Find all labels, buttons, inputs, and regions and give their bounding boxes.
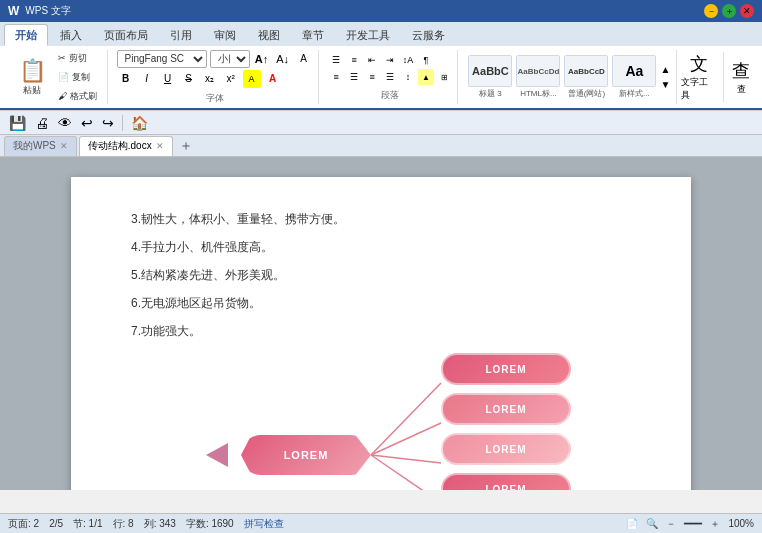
text-tools-section: 文 文字工具	[681, 52, 724, 102]
text-tools-btn[interactable]: 文 文字工具	[681, 52, 717, 102]
align-right-btn[interactable]: ≡	[364, 69, 380, 85]
list-unordered-btn[interactable]: ☰	[328, 52, 344, 68]
tab-view[interactable]: 视图	[248, 24, 290, 46]
mindmap-item-1[interactable]: LOREM	[441, 353, 571, 385]
border-btn[interactable]: ⊞	[436, 69, 452, 85]
underline-button[interactable]: U	[159, 70, 177, 88]
paste-sub-buttons: ✂ 剪切 📄 复制 🖌 格式刷	[54, 50, 101, 105]
sort-btn[interactable]: ↕A	[400, 52, 416, 68]
redo-icon[interactable]: ↪	[99, 112, 117, 134]
tab-layout[interactable]: 页面布局	[94, 24, 158, 46]
content-line-3: 3.韧性大，体积小、重量轻、携带方便。	[131, 207, 631, 231]
document-page[interactable]: 3.韧性大，体积小、重量轻、携带方便。 4.手拉力小、机件强度高。 5.结构紧凑…	[71, 177, 691, 490]
show-formatting-btn[interactable]: ¶	[418, 52, 434, 68]
status-col: 列: 343	[144, 517, 176, 531]
strikethrough-btn[interactable]: S	[180, 70, 198, 88]
tab-start[interactable]: 开始	[4, 24, 48, 46]
tab-cloud[interactable]: 云服务	[402, 24, 455, 46]
tab-document-close[interactable]: ✕	[156, 141, 164, 151]
style-html[interactable]: AaBbCcDd HTML标...	[516, 55, 560, 99]
font-color-btn[interactable]: A	[264, 70, 282, 88]
style-heading3[interactable]: AaBbC 标题 3	[468, 55, 512, 99]
zoom-in-btn[interactable]: ＋	[710, 517, 720, 531]
status-spell[interactable]: 拼写检查	[244, 517, 284, 531]
align-center-btn[interactable]: ☰	[346, 69, 362, 85]
tab-devtools[interactable]: 开发工具	[336, 24, 400, 46]
tab-ref[interactable]: 引用	[160, 24, 202, 46]
zoom-icon[interactable]: 🔍	[646, 518, 658, 529]
tab-document[interactable]: 传动结构.docx ✕	[79, 136, 173, 156]
highlight-btn[interactable]: A	[243, 70, 261, 88]
ribbon-content: 📋 粘贴 ✂ 剪切 📄 复制 🖌 格式刷 PingFang SC 小	[0, 46, 762, 110]
zoom-out-btn[interactable]: －	[666, 517, 676, 531]
close-btn[interactable]: ✕	[740, 4, 754, 18]
print-icon[interactable]: 🖨	[32, 112, 52, 134]
more-tools-label: 查	[737, 83, 746, 96]
paste-button[interactable]: 📋 粘贴	[14, 56, 50, 98]
mindmap-item-3[interactable]: LOREM	[441, 433, 571, 465]
style-normal-web[interactable]: AaBbCcD 普通(网站)	[564, 55, 608, 99]
font-row-1: PingFang SC 小四 A↑ A↓ A	[117, 50, 313, 68]
line-spacing-btn[interactable]: ↕	[400, 69, 416, 85]
align-left-btn[interactable]: ≡	[328, 69, 344, 85]
align-justify-btn[interactable]: ☰	[382, 69, 398, 85]
superscript-btn[interactable]: x²	[222, 70, 240, 88]
style-scroll-up[interactable]: ▲	[660, 64, 670, 75]
tab-mywps-close[interactable]: ✕	[60, 141, 68, 151]
app-logo: W	[8, 4, 19, 18]
style-scroll-down[interactable]: ▼	[660, 79, 670, 90]
ribbon-tabs: 开始 插入 页面布局 引用 审阅 视图 章节 开发工具 云服务	[0, 22, 762, 46]
tab-review[interactable]: 审阅	[204, 24, 246, 46]
style-scroll-controls: ▲ ▼	[660, 64, 670, 90]
mindmap-center[interactable]: LOREM	[241, 435, 371, 475]
text-tools-label: 文字工具	[681, 76, 717, 102]
content-line-6: 6.无电源地区起吊货物。	[131, 291, 631, 315]
bold-button[interactable]: B	[117, 70, 135, 88]
styles-section: AaBbC 标题 3 AaBbCcDd HTML标... AaBbCcD 普通(…	[462, 50, 677, 104]
content-line-5: 5.结构紧凑先进、外形美观。	[131, 263, 631, 287]
italic-button[interactable]: I	[138, 70, 156, 88]
content-line-7: 7.功能强大。	[131, 319, 631, 343]
style-new-label: 新样式...	[619, 88, 650, 99]
font-size-select[interactable]: 小四	[210, 50, 250, 68]
tab-mywps[interactable]: 我的WPS ✕	[4, 136, 77, 156]
font-increase-btn[interactable]: A↑	[253, 50, 271, 68]
view-mode-icon[interactable]: 📄	[626, 518, 638, 529]
mindmap-area: LOREM LOREM LOREM LOREM LOREM	[131, 353, 631, 490]
fill-color-btn[interactable]: ▲	[418, 69, 434, 85]
wps-home-icon[interactable]: 🏠	[128, 112, 151, 134]
mindmap-item-2[interactable]: LOREM	[441, 393, 571, 425]
maximize-btn[interactable]: ＋	[722, 4, 736, 18]
undo-icon[interactable]: ↩	[78, 112, 96, 134]
content-line-4: 4.手拉力小、机件强度高。	[131, 235, 631, 259]
zoom-slider[interactable]: ━━━	[684, 518, 702, 529]
status-bar: 页面: 2 2/5 节: 1/1 行: 8 列: 343 字数: 1690 拼写…	[0, 513, 762, 533]
save-icon[interactable]: 💾	[6, 112, 29, 134]
mindmap-right-items: LOREM LOREM LOREM LOREM	[441, 353, 571, 490]
tab-insert[interactable]: 插入	[50, 24, 92, 46]
mindmap-item-4[interactable]: LOREM	[441, 473, 571, 490]
font-controls: PingFang SC 小四 A↑ A↓ A B I U S x₂ x²	[117, 50, 313, 88]
tab-add-button[interactable]: ＋	[175, 137, 197, 155]
list-ordered-btn[interactable]: ≡	[346, 52, 362, 68]
cut-button[interactable]: ✂ 剪切	[54, 50, 101, 67]
paste-group: 📋 粘贴 ✂ 剪切 📄 复制 🖌 格式刷	[14, 50, 101, 105]
copy-button[interactable]: 📄 复制	[54, 69, 101, 86]
indent-increase-btn[interactable]: ⇥	[382, 52, 398, 68]
tab-section[interactable]: 章节	[292, 24, 334, 46]
indent-decrease-btn[interactable]: ⇤	[364, 52, 380, 68]
style-new[interactable]: Aa 新样式...	[612, 55, 656, 99]
tab-bar: 我的WPS ✕ 传动结构.docx ✕ ＋	[0, 135, 762, 157]
format-paint-button[interactable]: 🖌 格式刷	[54, 88, 101, 105]
more-tools-btn[interactable]: 查 查	[728, 59, 754, 96]
page-wrapper: 3.韧性大，体积小、重量轻、携带方便。 4.手拉力小、机件强度高。 5.结构紧凑…	[0, 177, 762, 470]
font-color-pick-btn[interactable]: A	[295, 50, 313, 68]
font-name-select[interactable]: PingFang SC	[117, 50, 207, 68]
zoom-percent: 100%	[728, 518, 754, 529]
minimize-btn[interactable]: －	[704, 4, 718, 18]
status-bar-right: 📄 🔍 － ━━━ ＋ 100%	[626, 517, 754, 531]
font-decrease-btn[interactable]: A↓	[274, 50, 292, 68]
subscript-btn[interactable]: x₂	[201, 70, 219, 88]
preview-icon[interactable]: 👁	[55, 112, 75, 134]
font-row-2: B I U S x₂ x² A A	[117, 70, 313, 88]
